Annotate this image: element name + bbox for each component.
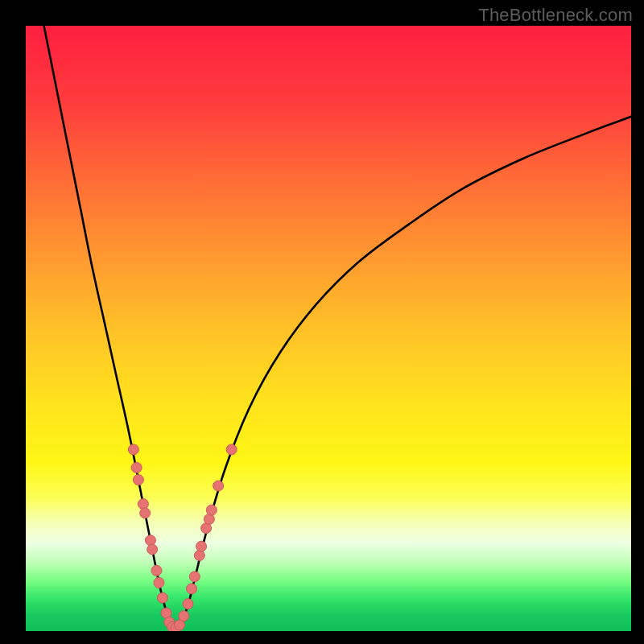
marker-dot: [154, 577, 164, 588]
marker-dot: [189, 572, 200, 582]
marker-dot: [131, 462, 142, 473]
curve-layer: [26, 26, 631, 631]
marker-dot: [138, 499, 148, 510]
marker-dot: [213, 481, 224, 491]
marker-dot: [179, 611, 189, 621]
bottleneck-curve: [44, 26, 631, 629]
marker-dot: [128, 444, 138, 455]
marker-dot: [147, 544, 158, 555]
marker-dot: [157, 592, 167, 603]
marker-dot: [187, 584, 197, 594]
marker-dot: [206, 505, 217, 515]
outer-frame: TheBottleneck.com: [0, 0, 644, 644]
marker-dot: [140, 508, 151, 518]
marker-dot: [183, 599, 193, 609]
plot-area: [26, 26, 631, 631]
watermark-text: TheBottleneck.com: [478, 5, 633, 26]
marker-dot: [133, 475, 143, 485]
marker-dot: [196, 541, 207, 551]
sample-markers: [128, 444, 237, 631]
marker-dot: [151, 565, 162, 576]
marker-dot: [194, 551, 204, 561]
marker-dot: [145, 535, 155, 546]
marker-dot: [226, 444, 237, 455]
